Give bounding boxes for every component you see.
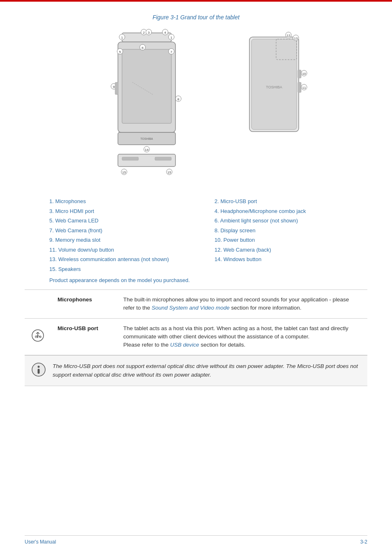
micro-usb-icon-cell — [25, 318, 51, 355]
svg-text:15: 15 — [168, 171, 171, 174]
diagram-area: 2 4 3 1 1 5 6 7 — [25, 29, 367, 189]
labels-section: 1. Microphones 3. Micro HDMI port 5. Web… — [49, 197, 367, 273]
svg-text:8: 8 — [178, 97, 180, 101]
svg-text:4: 4 — [164, 31, 166, 35]
svg-rect-29 — [122, 157, 138, 160]
label-11: 11. Volume down/up button — [49, 246, 202, 254]
svg-text:5: 5 — [119, 50, 121, 54]
label-10: 10. Power button — [214, 236, 367, 244]
svg-rect-37 — [251, 39, 297, 130]
label-7: 7. Web Camera (front) — [49, 227, 202, 235]
figure-title: Figure 3-1 Grand tour of the tablet — [25, 14, 367, 21]
svg-rect-47 — [298, 82, 301, 93]
svg-text:11: 11 — [302, 86, 306, 90]
microphones-icon-cell — [25, 290, 51, 319]
svg-text:9: 9 — [113, 85, 115, 89]
footer-left: User's Manual — [25, 539, 56, 545]
product-note: Product appearance depends on the model … — [49, 277, 367, 283]
svg-rect-60 — [38, 369, 40, 374]
labels-col-2: 2. Micro-USB port 4. Headphone/Microphon… — [214, 197, 367, 273]
labels-col-1: 1. Microphones 3. Micro HDMI port 5. Web… — [49, 197, 202, 273]
svg-text:14: 14 — [145, 148, 149, 152]
label-14: 14. Windows button — [214, 255, 367, 264]
microphones-term: Microphones — [51, 290, 117, 319]
sound-system-link[interactable]: Sound System and Video mode — [152, 305, 230, 311]
label-4: 4. Headphone/Microphone combo jack — [214, 207, 367, 215]
info-icon — [31, 362, 46, 377]
svg-rect-30 — [155, 157, 171, 160]
label-6: 6. Ambient light sensor (not shown) — [214, 217, 367, 225]
micro-usb-description: The tablet acts as a host via this port.… — [117, 318, 367, 355]
svg-text:7: 7 — [171, 50, 173, 54]
svg-text:3: 3 — [148, 31, 150, 35]
label-2: 2. Micro-USB port — [214, 197, 367, 206]
label-12: 12. Web Camera (back) — [214, 246, 367, 254]
svg-text:12: 12 — [287, 34, 291, 37]
svg-text:1: 1 — [121, 36, 123, 39]
label-13: 13. Wireless communication antennas (not… — [49, 255, 202, 264]
description-table: Microphones The built-in microphones all… — [25, 289, 367, 355]
label-5: 5. Web Camera LED — [49, 217, 202, 225]
label-9: 9. Memory media slot — [49, 236, 202, 244]
footer-right: 3-2 — [360, 539, 367, 545]
label-1: 1. Microphones — [49, 197, 202, 206]
svg-text:2: 2 — [143, 31, 145, 35]
table-row-micro-usb: Micro-USB port The tablet acts as a host… — [25, 318, 367, 355]
svg-text:6: 6 — [142, 46, 144, 50]
page-footer: User's Manual 3-2 — [25, 535, 367, 545]
usb-icon — [31, 329, 44, 342]
tablet-back-diagram: TOSHIBA 13 12 10 11 — [227, 29, 309, 144]
info-box-text: The Micro-USB port does not support exte… — [53, 362, 361, 379]
table-row-microphones: Microphones The built-in microphones all… — [25, 290, 367, 319]
tablet-front-diagram: 2 4 3 1 1 5 6 7 — [83, 29, 210, 189]
svg-rect-44 — [298, 70, 301, 78]
microphones-description: The built-in microphones allow you to im… — [117, 290, 367, 319]
micro-usb-term: Micro-USB port — [51, 318, 117, 355]
usb-device-link[interactable]: USB device — [170, 342, 199, 348]
label-15: 15. Speakers — [49, 265, 202, 273]
info-box: The Micro-USB port does not support exte… — [25, 355, 367, 386]
svg-text:15: 15 — [122, 171, 126, 174]
svg-rect-35 — [115, 82, 118, 95]
label-3: 3. Micro HDMI port — [49, 207, 202, 215]
svg-text:TOSHIBA: TOSHIBA — [141, 137, 153, 140]
svg-rect-12 — [122, 49, 171, 123]
svg-text:1: 1 — [171, 36, 173, 39]
label-8: 8. Display screen — [214, 227, 367, 235]
svg-text:13: 13 — [294, 37, 298, 40]
svg-text:10: 10 — [302, 72, 306, 76]
svg-point-59 — [38, 366, 40, 368]
svg-text:TOSHIBA: TOSHIBA — [266, 85, 282, 89]
